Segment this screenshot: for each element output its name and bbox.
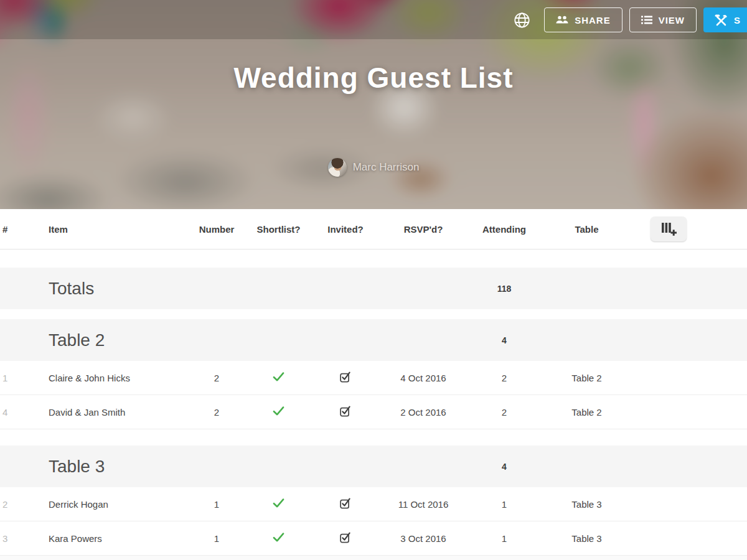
hero-banner: SHARE VIEW S Wedding Guest List <box>0 0 747 209</box>
owner-avatar[interactable] <box>328 158 347 177</box>
owner-row: Marc Harrison <box>0 158 747 177</box>
group-label: Totals <box>49 279 94 298</box>
group-label: Table 2 <box>49 330 105 350</box>
row-number-cell: 1 <box>0 373 49 383</box>
table-row[interactable]: 4 David & Jan Smith 2 2 Oct 2016 2 Table… <box>0 395 747 429</box>
checked-checkbox-icon[interactable] <box>340 531 351 543</box>
rsvp-date-cell: 3 Oct 2016 <box>383 533 464 544</box>
number-cell: 2 <box>184 407 249 418</box>
add-column-icon <box>660 221 678 237</box>
item-cell: Claire & John Hicks <box>49 373 184 383</box>
attending-cell: 2 <box>464 407 545 418</box>
green-check-icon <box>273 372 284 381</box>
share-button-label: SHARE <box>575 15 611 26</box>
guest-table: # Item Number Shortlist? Invited? RSVP'd… <box>0 209 747 560</box>
table-assignment-cell: Table 3 <box>545 499 629 510</box>
table-group: Totals 118 <box>0 268 747 309</box>
group-header-row[interactable]: Table 2 4 <box>0 319 747 361</box>
rsvp-date-cell: 4 Oct 2016 <box>383 373 464 383</box>
number-cell: 1 <box>184 533 249 544</box>
group-attending-total: 4 <box>464 462 545 472</box>
cta-button-label: S <box>734 15 741 26</box>
attending-cell: 2 <box>464 373 545 383</box>
checked-checkbox-icon[interactable] <box>340 371 351 383</box>
group-attending-total: 4 <box>464 335 545 345</box>
rsvp-date-cell: 2 Oct 2016 <box>383 407 464 418</box>
green-check-icon <box>273 498 284 508</box>
invited-cell <box>308 371 383 385</box>
attending-cell: 1 <box>464 533 545 544</box>
row-number-cell: 3 <box>0 533 49 544</box>
table-assignment-cell: Table 2 <box>545 373 629 383</box>
table-row[interactable]: 2 Derrick Hogan 1 11 Oct 2016 1 Table 3 <box>0 487 747 521</box>
column-header-index: # <box>0 224 49 235</box>
hero-toolbar: SHARE VIEW S <box>514 7 747 32</box>
share-people-icon <box>556 16 568 24</box>
group-header-row[interactable]: Totals 118 <box>0 268 747 309</box>
globe-icon[interactable] <box>514 12 530 29</box>
shortlist-cell <box>249 498 308 510</box>
view-button-label: VIEW <box>659 15 685 26</box>
view-button[interactable]: VIEW <box>629 7 697 32</box>
table-footer-strip <box>0 556 747 560</box>
group-label: Table 3 <box>49 457 105 476</box>
crossed-tools-icon <box>715 14 728 27</box>
green-check-icon <box>273 406 284 416</box>
table-row[interactable]: 1 Claire & John Hicks 2 4 Oct 2016 2 Tab… <box>0 361 747 395</box>
list-view-icon <box>641 16 652 24</box>
item-cell: David & Jan Smith <box>49 407 184 418</box>
table-body: Totals 118 Table 2 4 1 Claire & John Hic… <box>0 268 747 556</box>
shortlist-cell <box>249 533 308 544</box>
rsvp-date-cell: 11 Oct 2016 <box>383 499 464 510</box>
item-cell: Derrick Hogan <box>49 499 184 510</box>
invited-cell <box>308 531 383 545</box>
green-check-icon <box>273 533 284 542</box>
table-assignment-cell: Table 3 <box>545 533 629 544</box>
checked-checkbox-icon[interactable] <box>340 405 351 417</box>
checked-checkbox-icon[interactable] <box>340 497 351 509</box>
shortlist-cell <box>249 372 308 383</box>
row-number-cell: 2 <box>0 499 49 510</box>
column-header-number: Number <box>184 224 249 235</box>
column-header-shortlist: Shortlist? <box>249 224 308 235</box>
table-header-row: # Item Number Shortlist? Invited? RSVP'd… <box>0 209 747 250</box>
invited-cell <box>308 497 383 511</box>
shortlist-cell <box>249 406 308 418</box>
group-attending-total: 118 <box>464 284 545 294</box>
number-cell: 2 <box>184 373 249 383</box>
column-header-attending: Attending <box>464 224 545 235</box>
page-title: Wedding Guest List <box>0 61 747 95</box>
table-row[interactable]: 3 Kara Powers 1 3 Oct 2016 1 Table 3 <box>0 521 747 556</box>
build-cta-button[interactable]: S <box>703 7 747 32</box>
number-cell: 1 <box>184 499 249 510</box>
table-group: Table 3 4 2 Derrick Hogan 1 11 Oct <box>0 446 747 556</box>
column-header-invited: Invited? <box>308 224 383 235</box>
column-header-table: Table <box>545 224 629 235</box>
column-header-rsvp: RSVP'd? <box>383 224 464 235</box>
share-button[interactable]: SHARE <box>544 7 622 32</box>
attending-cell: 1 <box>464 499 545 510</box>
invited-cell <box>308 405 383 419</box>
owner-name: Marc Harrison <box>353 161 420 174</box>
column-header-item: Item <box>49 224 184 235</box>
add-column-button[interactable] <box>651 217 687 241</box>
table-assignment-cell: Table 2 <box>545 407 629 418</box>
table-group: Table 2 4 1 Claire & John Hicks 2 <box>0 319 747 429</box>
row-number-cell: 4 <box>0 407 49 418</box>
group-header-row[interactable]: Table 3 4 <box>0 446 747 487</box>
item-cell: Kara Powers <box>49 533 184 544</box>
